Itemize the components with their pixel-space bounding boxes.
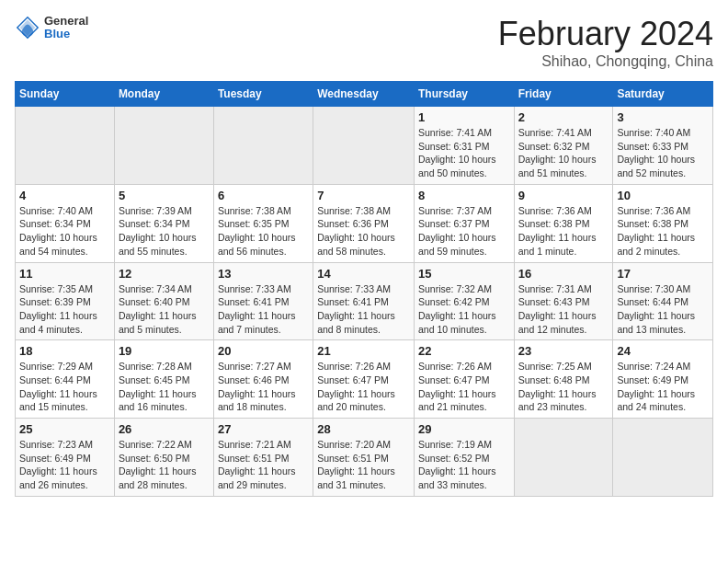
calendar-cell: 11Sunrise: 7:35 AMSunset: 6:39 PMDayligh… — [16, 262, 115, 340]
calendar-cell: 23Sunrise: 7:25 AMSunset: 6:48 PMDayligh… — [514, 340, 613, 419]
day-info: Sunrise: 7:34 AMSunset: 6:40 PMDaylight:… — [119, 282, 210, 337]
day-number: 29 — [418, 422, 510, 436]
weekday-header: Thursday — [414, 82, 514, 107]
day-number: 13 — [218, 267, 309, 281]
day-number: 25 — [19, 422, 110, 436]
day-info: Sunrise: 7:36 AMSunset: 6:38 PMDaylight:… — [518, 204, 609, 259]
day-info: Sunrise: 7:25 AMSunset: 6:48 PMDaylight:… — [518, 360, 609, 414]
calendar-cell — [613, 419, 713, 497]
title-area: February 2024 Shihao, Chongqing, China — [498, 15, 713, 70]
day-number: 12 — [119, 267, 210, 281]
week-row: 25Sunrise: 7:23 AMSunset: 6:49 PMDayligh… — [16, 419, 713, 497]
calendar-cell: 7Sunrise: 7:38 AMSunset: 6:36 PMDaylight… — [313, 184, 415, 262]
day-number: 14 — [317, 267, 410, 281]
header: General Blue February 2024 Shihao, Chong… — [15, 15, 713, 70]
calendar-body: 1Sunrise: 7:41 AMSunset: 6:31 PMDaylight… — [16, 107, 713, 497]
weekday-header: Sunday — [16, 82, 115, 107]
calendar-cell: 13Sunrise: 7:33 AMSunset: 6:41 PMDayligh… — [213, 262, 313, 340]
logo-general-text: General — [44, 15, 88, 28]
calendar-cell: 26Sunrise: 7:22 AMSunset: 6:50 PMDayligh… — [114, 419, 213, 497]
day-info: Sunrise: 7:27 AMSunset: 6:46 PMDaylight:… — [218, 360, 309, 414]
calendar-cell: 24Sunrise: 7:24 AMSunset: 6:49 PMDayligh… — [613, 340, 713, 419]
calendar-cell: 18Sunrise: 7:29 AMSunset: 6:44 PMDayligh… — [16, 340, 115, 419]
weekday-row: SundayMondayTuesdayWednesdayThursdayFrid… — [16, 82, 713, 107]
day-info: Sunrise: 7:41 AMSunset: 6:31 PMDaylight:… — [418, 126, 510, 180]
day-number: 17 — [617, 267, 709, 281]
day-info: Sunrise: 7:24 AMSunset: 6:49 PMDaylight:… — [617, 360, 709, 414]
calendar-cell: 12Sunrise: 7:34 AMSunset: 6:40 PMDayligh… — [114, 262, 213, 340]
week-row: 1Sunrise: 7:41 AMSunset: 6:31 PMDaylight… — [16, 107, 713, 185]
day-info: Sunrise: 7:30 AMSunset: 6:44 PMDaylight:… — [617, 282, 709, 337]
calendar-cell: 16Sunrise: 7:31 AMSunset: 6:43 PMDayligh… — [514, 262, 613, 340]
day-info: Sunrise: 7:33 AMSunset: 6:41 PMDaylight:… — [317, 282, 410, 337]
logo: General Blue — [15, 15, 88, 41]
day-number: 1 — [418, 110, 510, 124]
day-number: 24 — [617, 344, 709, 358]
day-number: 23 — [518, 344, 609, 358]
calendar-header: SundayMondayTuesdayWednesdayThursdayFrid… — [16, 82, 713, 107]
calendar-cell: 15Sunrise: 7:32 AMSunset: 6:42 PMDayligh… — [414, 262, 514, 340]
calendar-cell: 9Sunrise: 7:36 AMSunset: 6:38 PMDaylight… — [514, 184, 613, 262]
day-info: Sunrise: 7:39 AMSunset: 6:34 PMDaylight:… — [119, 204, 210, 259]
weekday-header: Monday — [114, 82, 213, 107]
week-row: 18Sunrise: 7:29 AMSunset: 6:44 PMDayligh… — [16, 340, 713, 419]
calendar-cell: 5Sunrise: 7:39 AMSunset: 6:34 PMDaylight… — [114, 184, 213, 262]
week-row: 4Sunrise: 7:40 AMSunset: 6:34 PMDaylight… — [16, 184, 713, 262]
calendar-cell: 21Sunrise: 7:26 AMSunset: 6:47 PMDayligh… — [313, 340, 415, 419]
weekday-header: Saturday — [613, 82, 713, 107]
calendar-cell — [114, 107, 213, 185]
day-number: 5 — [119, 189, 210, 202]
day-info: Sunrise: 7:41 AMSunset: 6:32 PMDaylight:… — [518, 126, 609, 180]
day-number: 21 — [317, 344, 410, 358]
calendar-cell: 29Sunrise: 7:19 AMSunset: 6:52 PMDayligh… — [414, 419, 514, 497]
day-number: 15 — [418, 267, 510, 281]
calendar-cell — [313, 107, 415, 185]
day-number: 8 — [418, 189, 510, 202]
day-info: Sunrise: 7:29 AMSunset: 6:44 PMDaylight:… — [19, 360, 110, 414]
calendar-subtitle: Shihao, Chongqing, China — [498, 53, 713, 70]
calendar-cell: 8Sunrise: 7:37 AMSunset: 6:37 PMDaylight… — [414, 184, 514, 262]
day-number: 11 — [19, 267, 110, 281]
logo-blue-text: Blue — [44, 28, 88, 40]
day-number: 16 — [518, 267, 609, 281]
calendar-cell: 1Sunrise: 7:41 AMSunset: 6:31 PMDaylight… — [414, 107, 514, 185]
calendar-cell: 3Sunrise: 7:40 AMSunset: 6:33 PMDaylight… — [613, 107, 713, 185]
calendar-cell: 28Sunrise: 7:20 AMSunset: 6:51 PMDayligh… — [313, 419, 415, 497]
day-number: 20 — [218, 344, 309, 358]
day-info: Sunrise: 7:31 AMSunset: 6:43 PMDaylight:… — [518, 282, 609, 337]
day-info: Sunrise: 7:40 AMSunset: 6:33 PMDaylight:… — [617, 126, 709, 180]
day-number: 22 — [418, 344, 510, 358]
calendar-cell: 19Sunrise: 7:28 AMSunset: 6:45 PMDayligh… — [114, 340, 213, 419]
day-number: 9 — [518, 189, 609, 202]
calendar-cell: 25Sunrise: 7:23 AMSunset: 6:49 PMDayligh… — [16, 419, 115, 497]
day-info: Sunrise: 7:38 AMSunset: 6:36 PMDaylight:… — [317, 204, 410, 259]
calendar-cell: 10Sunrise: 7:36 AMSunset: 6:38 PMDayligh… — [613, 184, 713, 262]
calendar-cell: 4Sunrise: 7:40 AMSunset: 6:34 PMDaylight… — [16, 184, 115, 262]
day-number: 26 — [119, 422, 210, 436]
day-info: Sunrise: 7:40 AMSunset: 6:34 PMDaylight:… — [19, 204, 110, 259]
day-number: 6 — [218, 189, 309, 202]
day-info: Sunrise: 7:23 AMSunset: 6:49 PMDaylight:… — [19, 438, 110, 492]
calendar-cell: 2Sunrise: 7:41 AMSunset: 6:32 PMDaylight… — [514, 107, 613, 185]
day-number: 3 — [617, 110, 709, 124]
day-info: Sunrise: 7:37 AMSunset: 6:37 PMDaylight:… — [418, 204, 510, 259]
calendar-cell — [514, 419, 613, 497]
weekday-header: Tuesday — [213, 82, 313, 107]
calendar-cell: 27Sunrise: 7:21 AMSunset: 6:51 PMDayligh… — [213, 419, 313, 497]
calendar-cell: 14Sunrise: 7:33 AMSunset: 6:41 PMDayligh… — [313, 262, 415, 340]
day-info: Sunrise: 7:20 AMSunset: 6:51 PMDaylight:… — [317, 438, 410, 492]
day-number: 4 — [19, 189, 110, 202]
day-info: Sunrise: 7:33 AMSunset: 6:41 PMDaylight:… — [218, 282, 309, 337]
day-info: Sunrise: 7:26 AMSunset: 6:47 PMDaylight:… — [418, 360, 510, 414]
day-number: 7 — [317, 189, 410, 202]
day-info: Sunrise: 7:26 AMSunset: 6:47 PMDaylight:… — [317, 360, 410, 414]
day-info: Sunrise: 7:21 AMSunset: 6:51 PMDaylight:… — [218, 438, 309, 492]
calendar-cell: 22Sunrise: 7:26 AMSunset: 6:47 PMDayligh… — [414, 340, 514, 419]
calendar-table: SundayMondayTuesdayWednesdayThursdayFrid… — [15, 81, 713, 497]
day-number: 10 — [617, 189, 709, 202]
calendar-cell: 20Sunrise: 7:27 AMSunset: 6:46 PMDayligh… — [213, 340, 313, 419]
weekday-header: Friday — [514, 82, 613, 107]
day-number: 19 — [119, 344, 210, 358]
calendar-cell — [16, 107, 115, 185]
day-info: Sunrise: 7:19 AMSunset: 6:52 PMDaylight:… — [418, 438, 510, 492]
